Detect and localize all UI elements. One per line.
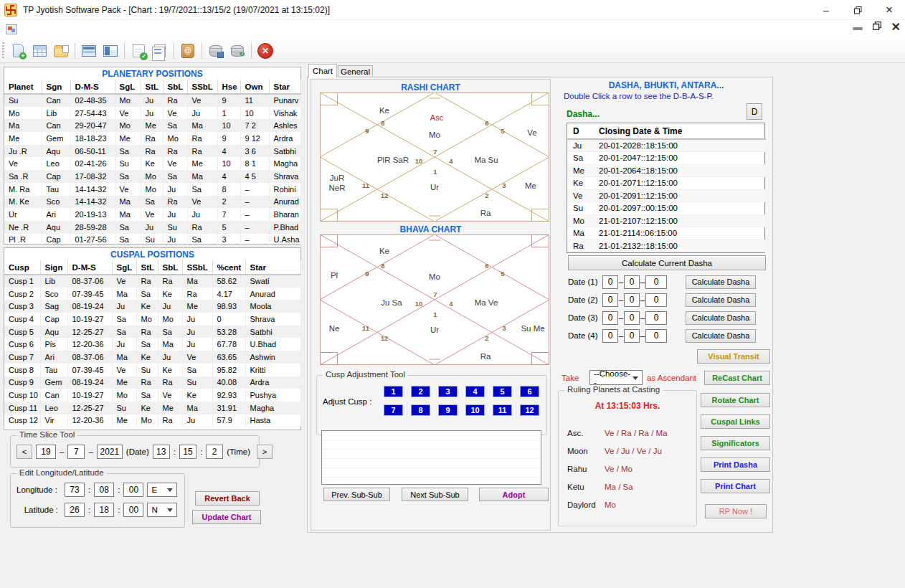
print-dasha-button[interactable]: Print Dasha xyxy=(701,457,770,472)
close-button[interactable]: × xyxy=(873,0,905,20)
date-row-month-input[interactable] xyxy=(624,275,640,289)
latitude-min-input[interactable] xyxy=(94,503,114,517)
date-row-month-input[interactable] xyxy=(624,311,640,325)
close-chart-icon[interactable]: ✕ xyxy=(255,42,275,60)
new-chart-icon[interactable]: + xyxy=(8,42,28,60)
revert-back-button[interactable]: Revert Back xyxy=(195,491,260,506)
second-input[interactable] xyxy=(206,445,223,459)
database-save-icon[interactable] xyxy=(206,42,226,60)
cusp-button-11[interactable]: 11 xyxy=(493,404,512,416)
cusp-button-6[interactable]: 6 xyxy=(520,386,539,397)
ruling-row: Ketu Ma / Sa xyxy=(567,478,691,495)
menu-item[interactable] xyxy=(42,27,59,32)
dasha-row[interactable]: Ve20-01-2091::12:15:00 xyxy=(567,189,766,202)
address-book-icon[interactable]: @ xyxy=(178,42,198,60)
longitude-deg-input[interactable] xyxy=(65,483,85,497)
update-chart-button[interactable]: Update Chart xyxy=(192,510,261,524)
dasha-row[interactable]: Su20-01-2097::00:15:00 xyxy=(567,202,766,215)
dasha-row[interactable]: Sa20-01-2047::12:15:00 xyxy=(567,152,766,165)
month-input[interactable] xyxy=(67,445,85,459)
tab-chart[interactable]: Chart xyxy=(308,64,337,77)
time-prev-button[interactable]: < xyxy=(16,445,32,459)
window-left-panel-icon[interactable] xyxy=(100,42,120,60)
cusp-adjust-listbox[interactable] xyxy=(321,430,541,485)
ascendant-select[interactable]: --Choose-- xyxy=(589,370,643,385)
latitude-sec-input[interactable] xyxy=(123,503,143,517)
calculate-dasha-button[interactable]: Calculate Dasha xyxy=(686,329,756,343)
date-row-day-input[interactable] xyxy=(602,293,618,307)
hour-input[interactable] xyxy=(153,445,170,459)
list-pages-icon[interactable] xyxy=(150,42,170,60)
date-row-year-input[interactable] xyxy=(645,311,667,325)
calculate-dasha-button[interactable]: Calculate Dasha xyxy=(686,293,756,307)
ruling-planets-group: Ruling Planets at Casting At 13:15:03 Hr… xyxy=(558,390,697,526)
menu-item[interactable] xyxy=(24,27,42,32)
calculate-current-dasha-button[interactable]: Calculate Current Dasha xyxy=(568,255,766,270)
cusp-button-12[interactable]: 12 xyxy=(520,404,539,416)
date-row-year-input[interactable] xyxy=(645,275,667,289)
cusp-button-8[interactable]: 8 xyxy=(411,404,430,416)
recast-chart-button[interactable]: ReCast Chart xyxy=(704,371,770,385)
dasha-row[interactable]: Ke20-01-2071::12:15:00 xyxy=(567,177,766,190)
cusp-button-2[interactable]: 2 xyxy=(411,386,430,397)
minute-input[interactable] xyxy=(179,445,196,459)
date-row-year-input[interactable] xyxy=(645,329,667,343)
date-row-year-input[interactable] xyxy=(645,293,667,307)
date-row-day-input[interactable] xyxy=(602,329,618,343)
cusp-button-5[interactable]: 5 xyxy=(493,386,512,397)
print-chart-button[interactable]: Print Chart xyxy=(701,479,770,493)
tab-general[interactable]: General xyxy=(338,65,373,77)
house-number-12: 12 xyxy=(381,191,389,199)
visual-transit-button[interactable]: Visual Transit xyxy=(697,349,770,364)
longitude-min-input[interactable] xyxy=(94,483,114,497)
mdi-minimize-button[interactable]: ▬ xyxy=(853,24,863,31)
longitude-label: Longitude : xyxy=(16,485,61,494)
dasha-row[interactable]: Mo21-01-2107::12:15:00 xyxy=(567,214,766,227)
date-row-day-input[interactable] xyxy=(602,311,618,325)
cusp-button-10[interactable]: 10 xyxy=(465,404,485,416)
menu-item[interactable] xyxy=(76,27,93,32)
database-refresh-icon[interactable]: ↻ xyxy=(227,42,247,60)
longitude-sec-input[interactable] xyxy=(123,483,143,497)
dasha-row[interactable]: Me20-01-2064::18:15:00 xyxy=(567,164,766,177)
menu-item[interactable] xyxy=(93,27,110,32)
rotate-chart-button[interactable]: Rotate Chart xyxy=(701,393,770,407)
adopt-button[interactable]: Adopt xyxy=(479,488,549,501)
mdi-close-button[interactable]: ✕ xyxy=(891,24,901,31)
cusp-button-3[interactable]: 3 xyxy=(438,386,458,397)
longitude-dir-select[interactable]: E xyxy=(147,483,177,497)
window-rows-icon[interactable] xyxy=(79,42,99,60)
dasha-row[interactable]: Ra21-01-2132::18:15:00 xyxy=(567,240,766,252)
calculate-dasha-button[interactable]: Calculate Dasha xyxy=(686,275,756,289)
open-folder-icon[interactable] xyxy=(51,42,71,60)
minimize-button[interactable]: – xyxy=(810,0,842,20)
menu-item[interactable] xyxy=(59,27,76,32)
calculate-dasha-button[interactable]: Calculate Dasha xyxy=(686,311,756,325)
cuspal-links-button[interactable]: Cuspal Links xyxy=(701,414,770,429)
latitude-deg-input[interactable] xyxy=(65,503,85,517)
next-sub-sub-button[interactable]: Next Sub-Sub xyxy=(402,488,468,501)
latitude-dir-select[interactable]: N xyxy=(147,503,177,517)
menu-item[interactable] xyxy=(110,27,128,32)
day-input[interactable] xyxy=(36,445,56,459)
time-next-button[interactable]: > xyxy=(257,445,273,459)
cusp-button-7[interactable]: 7 xyxy=(384,404,403,416)
cusp-button-1[interactable]: 1 xyxy=(384,386,403,397)
table-grid-icon[interactable] xyxy=(29,42,49,60)
planetary-row: MaCan29-20-47MoMeSaMa107 2Ashles xyxy=(4,119,300,132)
notes-check-icon[interactable]: ✓ xyxy=(128,42,148,60)
cusp-button-4[interactable]: 4 xyxy=(465,386,485,397)
d-button[interactable]: D xyxy=(747,103,762,120)
date-row-month-input[interactable] xyxy=(624,329,640,343)
mdi-restore-button[interactable] xyxy=(873,22,881,32)
date-row-month-input[interactable] xyxy=(624,293,640,307)
rp-now-button[interactable]: RP Now ! xyxy=(705,504,767,518)
prev-sub-sub-button[interactable]: Prev. Sub-Sub xyxy=(323,488,390,501)
year-input[interactable] xyxy=(97,445,123,459)
restore-button[interactable] xyxy=(842,0,873,20)
date-row-day-input[interactable] xyxy=(602,275,618,289)
cusp-button-9[interactable]: 9 xyxy=(438,404,458,416)
significators-button[interactable]: Significators xyxy=(701,436,770,450)
dasha-row[interactable]: Ma21-01-2114::06:15:00 xyxy=(567,227,766,240)
dasha-row[interactable]: Ju20-01-2028::18:15:00 xyxy=(567,139,766,152)
